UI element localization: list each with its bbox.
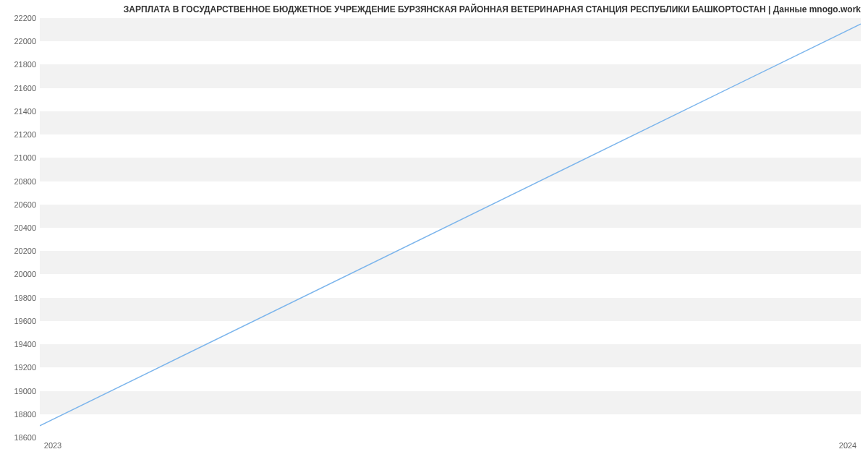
grid-band (40, 18, 861, 41)
grid-band (40, 251, 861, 274)
y-tick-label: 19800 (4, 294, 36, 302)
plot-area (40, 18, 861, 437)
grid-band (40, 321, 861, 344)
y-tick-label: 21000 (4, 153, 36, 162)
y-tick-label: 19200 (4, 363, 36, 372)
y-tick-label: 21600 (4, 84, 36, 93)
x-tick-label: 2024 (839, 441, 856, 450)
grid-band (40, 298, 861, 321)
y-tick-label: 20400 (4, 223, 36, 232)
grid-band (40, 64, 861, 87)
grid-band (40, 274, 861, 297)
y-tick-label: 19400 (4, 340, 36, 349)
y-tick-label: 19000 (4, 387, 36, 396)
grid-band (40, 344, 861, 367)
grid-band (40, 367, 861, 390)
chart-title: ЗАРПЛАТА В ГОСУДАРСТВЕННОЕ БЮДЖЕТНОЕ УЧР… (124, 4, 861, 14)
grid-band (40, 181, 861, 205)
grid-band (40, 414, 861, 437)
grid-band (40, 158, 861, 181)
grid-band (40, 391, 861, 414)
y-tick-label: 22000 (4, 37, 36, 46)
grid-band (40, 205, 861, 228)
y-tick-label: 18600 (4, 433, 36, 442)
y-tick-label: 22200 (4, 14, 36, 22)
grid-band (40, 228, 861, 251)
y-tick-label: 20000 (4, 270, 36, 278)
y-tick-label: 20800 (4, 177, 36, 186)
grid-band (40, 88, 861, 111)
x-tick-label: 2023 (44, 441, 61, 450)
y-tick-label: 21200 (4, 130, 36, 139)
y-tick-label: 20200 (4, 247, 36, 255)
y-tick-label: 20600 (4, 200, 36, 209)
y-tick-label: 19600 (4, 317, 36, 325)
y-tick-label: 21800 (4, 60, 36, 69)
grid-band (40, 41, 861, 64)
y-tick-label: 18800 (4, 410, 36, 419)
grid-band (40, 111, 861, 134)
y-tick-label: 21400 (4, 107, 36, 116)
grid-band (40, 134, 861, 158)
